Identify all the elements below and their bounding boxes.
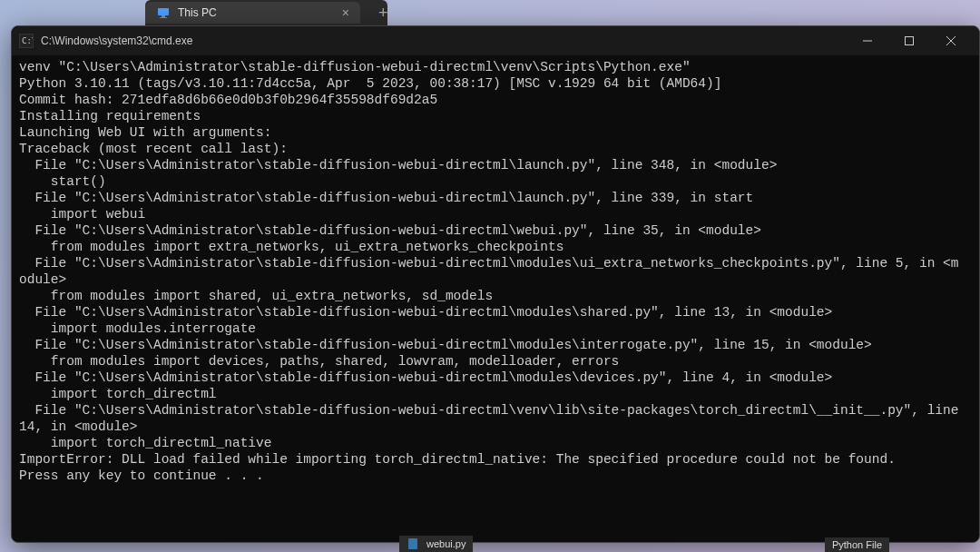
svg-rect-2	[160, 17, 167, 18]
terminal-line: File "C:\Users\Administrator\stable-diff…	[19, 222, 972, 239]
window-controls	[847, 26, 972, 55]
file-name: webui.py	[426, 538, 466, 549]
file-type: Python File	[825, 537, 889, 552]
terminal-line: import modules.interrogate	[19, 320, 972, 337]
file-row[interactable]: webui.py	[399, 536, 473, 552]
terminal-line: 14, in <module>	[19, 419, 972, 435]
svg-rect-1	[162, 15, 165, 17]
svg-rect-6	[906, 37, 914, 45]
terminal-line: Installing requirements	[19, 108, 972, 124]
svg-rect-9	[408, 538, 417, 549]
terminal-line: File "C:\Users\Administrator\stable-diff…	[19, 157, 972, 173]
python-file-icon	[407, 537, 419, 550]
terminal-line: from modules import extra_networks, ui_e…	[19, 239, 972, 255]
terminal-line: Launching Web UI with arguments:	[19, 124, 972, 141]
terminal-line: venv "C:\Users\Administrator\stable-diff…	[19, 59, 972, 75]
terminal-line: File "C:\Users\Administrator\stable-diff…	[19, 402, 972, 419]
new-tab-button[interactable]: +	[378, 4, 388, 23]
terminal-line: Python 3.10.11 (tags/v3.10.11:7d4cc5a, A…	[19, 75, 972, 92]
terminal-line: import torch_directml_native	[19, 435, 972, 451]
terminal-line: from modules import devices, paths, shar…	[19, 353, 972, 370]
terminal-line: odule>	[19, 271, 972, 288]
minimize-button[interactable]	[847, 26, 888, 55]
terminal-line: Press any key to continue . . .	[19, 468, 972, 484]
maximize-button[interactable]	[888, 26, 930, 55]
terminal-line: File "C:\Users\Administrator\stable-diff…	[19, 255, 972, 271]
explorer-tab-bar: This PC × +	[145, 0, 387, 25]
terminal-line: File "C:\Users\Administrator\stable-diff…	[19, 370, 972, 386]
cmd-icon: C:\	[19, 34, 34, 48]
terminal-line: Commit hash: 271edfa8d6b66e0d0b3f0b2964f…	[19, 92, 972, 108]
svg-text:C:\: C:\	[22, 36, 33, 45]
explorer-tab-thispc[interactable]: This PC ×	[145, 2, 360, 24]
cmd-window: C:\ C:\Windows\system32\cmd.exe venv "C:…	[11, 25, 980, 543]
svg-rect-0	[158, 8, 169, 15]
terminal-line: import webui	[19, 206, 972, 222]
cmd-title: C:\ C:\Windows\system32\cmd.exe	[19, 34, 192, 48]
tab-close-button[interactable]: ×	[342, 5, 349, 20]
terminal-line: import torch_directml	[19, 386, 972, 402]
pc-icon	[156, 5, 171, 20]
tab-title: This PC	[178, 6, 217, 19]
terminal-line: File "C:\Users\Administrator\stable-diff…	[19, 190, 972, 206]
cmd-output[interactable]: venv "C:\Users\Administrator\stable-diff…	[12, 55, 979, 488]
terminal-line: File "C:\Users\Administrator\stable-diff…	[19, 304, 972, 320]
terminal-line: ImportError: DLL load failed while impor…	[19, 451, 972, 468]
close-button[interactable]	[930, 26, 972, 55]
terminal-line: from modules import shared, ui_extra_net…	[19, 288, 972, 304]
cmd-title-text: C:\Windows\system32\cmd.exe	[41, 34, 192, 47]
terminal-line: start()	[19, 173, 972, 190]
cmd-titlebar[interactable]: C:\ C:\Windows\system32\cmd.exe	[12, 26, 979, 55]
terminal-line: File "C:\Users\Administrator\stable-diff…	[19, 337, 972, 353]
terminal-line: Traceback (most recent call last):	[19, 141, 972, 157]
